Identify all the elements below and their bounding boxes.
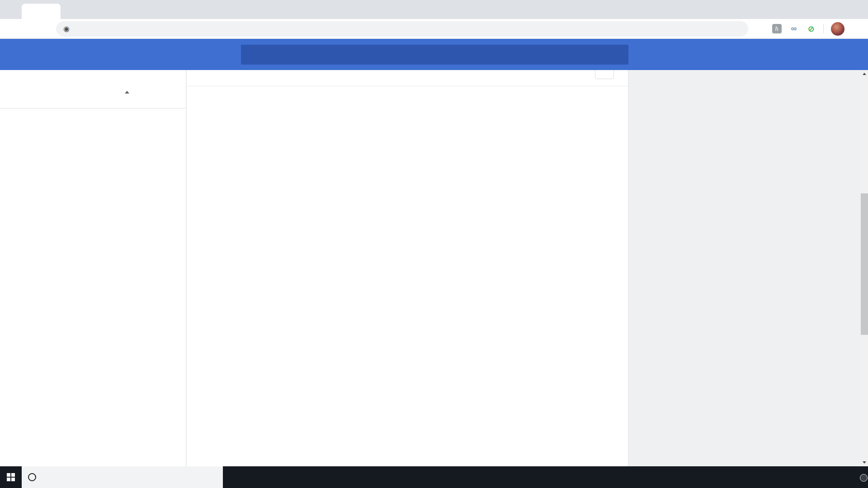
scrollbar-up-icon[interactable] — [863, 73, 866, 75]
site-info-icon[interactable]: ◉ — [63, 24, 70, 33]
browser-menu-button[interactable] — [848, 21, 863, 37]
wifi-icon[interactable] — [830, 473, 840, 482]
browser-toolbar: ◉ h ∞ ⊘ — [0, 19, 868, 39]
new-tab-button[interactable] — [65, 3, 78, 16]
nav-divider — [0, 108, 186, 108]
window-controls — [792, 0, 868, 19]
site-details-card — [187, 70, 628, 466]
toolbar-right: h ∞ ⊘ — [752, 21, 863, 37]
chevron-up-icon — [125, 91, 129, 94]
settings-header — [0, 39, 868, 70]
page-scrollbar[interactable] — [861, 70, 868, 466]
omnibox[interactable]: ◉ — [56, 21, 748, 37]
tab-strip — [0, 0, 868, 19]
tab-strip-tabs — [0, 0, 20, 19]
system-tray — [783, 466, 863, 488]
microphone-icon[interactable] — [208, 473, 217, 482]
windows-logo-icon — [7, 473, 15, 481]
settings-nav — [0, 70, 186, 466]
restore-icon — [827, 5, 834, 12]
extension-infinity[interactable]: ∞ — [785, 21, 802, 37]
windows-taskbar — [0, 466, 868, 488]
extension-zenmate[interactable]: ⊘ — [802, 21, 820, 37]
tray-chevron-up-icon[interactable] — [800, 474, 807, 481]
scrollbar-down-icon[interactable] — [863, 461, 866, 464]
card-divider — [187, 86, 628, 86]
task-view-icon — [229, 472, 239, 482]
search-icon — [247, 50, 256, 59]
zenmate-icon: ⊘ — [807, 24, 814, 34]
restore-button[interactable] — [817, 0, 843, 16]
infinity-icon: ∞ — [791, 24, 797, 33]
action-center-button[interactable] — [853, 472, 863, 483]
people-icon[interactable] — [783, 473, 793, 482]
settings-page — [0, 70, 868, 466]
reload-button[interactable] — [37, 21, 53, 37]
active-tab-settings[interactable] — [22, 4, 61, 19]
bookmark-star-icon[interactable] — [752, 21, 768, 37]
nav-advanced-toggle[interactable] — [0, 81, 186, 103]
notification-badge — [860, 474, 868, 482]
forward-button[interactable] — [21, 21, 37, 37]
extension-honey[interactable]: h — [768, 21, 785, 37]
profile-avatar[interactable] — [831, 22, 844, 36]
toolbar-divider — [823, 24, 824, 33]
back-button[interactable] — [5, 21, 21, 37]
task-view-button[interactable] — [223, 466, 245, 488]
reset-permissions-button[interactable] — [595, 70, 614, 79]
battery-icon[interactable] — [814, 472, 824, 482]
cortana-icon — [28, 473, 36, 481]
taskbar-search-input[interactable] — [22, 466, 223, 488]
scrollbar-thumb[interactable] — [861, 193, 868, 335]
settings-gear-icon — [34, 7, 42, 15]
settings-search-input[interactable] — [241, 45, 628, 65]
start-button[interactable] — [0, 466, 22, 488]
honey-icon: h — [772, 24, 782, 33]
minimize-button[interactable] — [792, 0, 817, 16]
close-button[interactable] — [843, 0, 868, 16]
